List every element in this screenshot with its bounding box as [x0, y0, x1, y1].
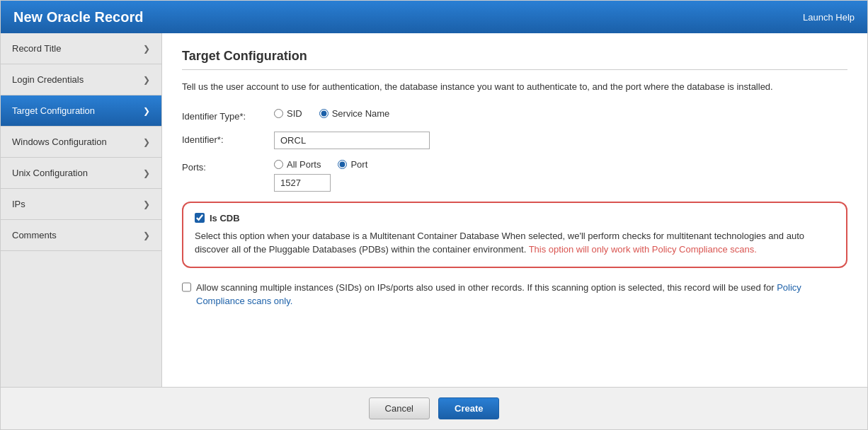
section-description: Tell us the user account to use for auth…: [182, 80, 847, 94]
sidebar-item-label: Unix Configuration: [12, 168, 88, 178]
sid-label: SID: [287, 108, 302, 119]
all-ports-option[interactable]: All Ports: [274, 159, 321, 170]
ports-section: All Ports Port: [274, 159, 367, 192]
allow-scanning-normal: Allow scanning multiple instances (SIDs)…: [196, 282, 775, 293]
section-title: Target Configuration: [182, 49, 847, 64]
chevron-icon: ❯: [143, 231, 150, 240]
identifier-label: Identifier*:: [182, 132, 274, 145]
sidebar-item-windows-configuration[interactable]: Windows Configuration ❯: [1, 127, 161, 158]
all-ports-label: All Ports: [287, 159, 321, 170]
port-value-row: [274, 174, 367, 192]
identifier-type-label: Identifier Type*:: [182, 108, 274, 122]
app-container: New Oracle Record Launch Help Record Tit…: [0, 0, 868, 430]
sidebar-item-label: Target Configuration: [12, 105, 95, 116]
sidebar-item-ips[interactable]: IPs ❯: [1, 189, 161, 220]
allow-scanning-row: Allow scanning multiple instances (SIDs)…: [182, 281, 847, 308]
service-name-option[interactable]: Service Name: [319, 108, 390, 119]
allow-scanning-checkbox[interactable]: [182, 282, 191, 292]
create-button[interactable]: Create: [438, 397, 499, 419]
sidebar-item-record-title[interactable]: Record Title ❯: [1, 33, 161, 64]
body: Record Title ❯ Login Credentials ❯ Targe…: [1, 33, 867, 387]
identifier-input[interactable]: [274, 132, 430, 149]
service-name-radio[interactable]: [319, 109, 329, 118]
sidebar-item-unix-configuration[interactable]: Unix Configuration ❯: [1, 158, 161, 189]
service-name-label: Service Name: [332, 108, 390, 119]
port-option[interactable]: Port: [338, 159, 367, 170]
port-label: Port: [350, 159, 367, 170]
app-title: New Oracle Record: [13, 9, 143, 25]
ports-row: Ports: All Ports Port: [182, 159, 847, 192]
ports-label: Ports:: [182, 159, 274, 173]
sidebar-item-label: Comments: [12, 230, 57, 240]
footer: Cancel Create: [1, 387, 867, 429]
identifier-row: Identifier*:: [182, 132, 847, 149]
sidebar-item-comments[interactable]: Comments ❯: [1, 220, 161, 251]
sidebar-item-target-configuration[interactable]: Target Configuration ❯: [1, 95, 161, 127]
sidebar-item-label: Windows Configuration: [12, 136, 107, 147]
chevron-icon: ❯: [143, 44, 150, 54]
ports-controls: All Ports Port: [274, 159, 367, 170]
header: New Oracle Record Launch Help: [1, 1, 867, 33]
section-divider: [182, 69, 847, 70]
identifier-type-controls: SID Service Name: [274, 108, 389, 119]
sid-radio[interactable]: [274, 109, 283, 118]
chevron-icon: ❯: [143, 199, 150, 209]
sidebar-item-label: Login Credentials: [12, 74, 84, 85]
cancel-button[interactable]: Cancel: [369, 397, 430, 419]
cdb-desc-highlight: This option will only work with Policy C…: [529, 244, 757, 255]
chevron-icon: ❯: [143, 168, 150, 178]
cdb-box: Is CDB Select this option when your data…: [182, 202, 847, 268]
main-content: Target Configuration Tell us the user ac…: [162, 33, 867, 387]
chevron-icon: ❯: [143, 137, 150, 147]
cdb-description: Select this option when your database is…: [195, 229, 835, 257]
sidebar-item-login-credentials[interactable]: Login Credentials ❯: [1, 64, 161, 95]
chevron-icon: ❯: [143, 106, 150, 116]
launch-help-link[interactable]: Launch Help: [803, 12, 855, 23]
allow-scanning-text: Allow scanning multiple instances (SIDs)…: [196, 281, 847, 308]
chevron-icon: ❯: [143, 75, 150, 85]
sidebar-item-label: Record Title: [12, 43, 61, 54]
cdb-label: Is CDB: [210, 213, 240, 223]
cdb-checkbox[interactable]: [195, 213, 205, 223]
identifier-type-row: Identifier Type*: SID Service Name: [182, 108, 847, 122]
sidebar-item-label: IPs: [12, 199, 25, 209]
sidebar: Record Title ❯ Login Credentials ❯ Targe…: [1, 33, 162, 387]
port-radio[interactable]: [338, 160, 347, 169]
cdb-checkbox-row: Is CDB: [195, 213, 835, 223]
identifier-controls: [274, 132, 430, 149]
all-ports-radio[interactable]: [274, 160, 283, 169]
port-input[interactable]: [274, 174, 331, 192]
sid-option[interactable]: SID: [274, 108, 302, 119]
